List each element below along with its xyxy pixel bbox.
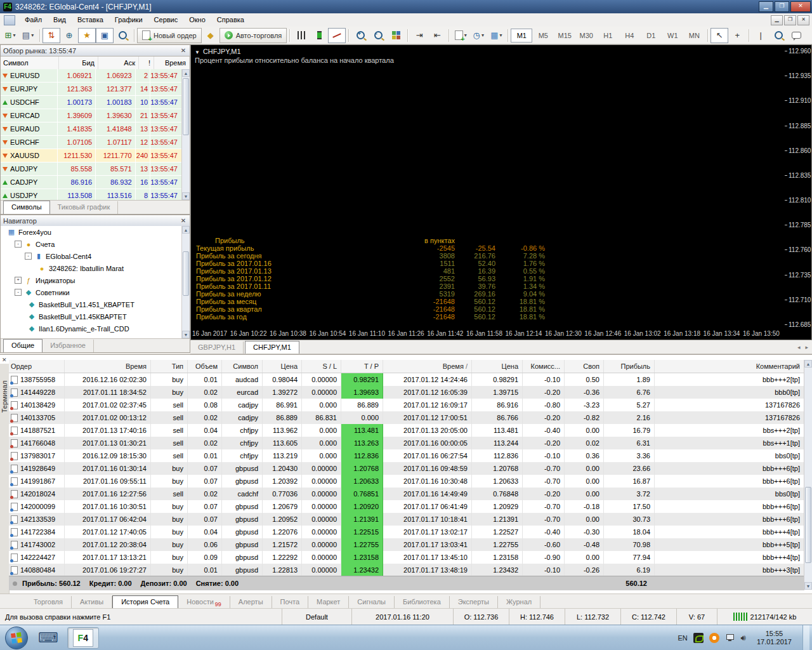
market-watch-row[interactable]: EURUSD1.069211.06923213:55:47	[1, 69, 182, 83]
market-watch-row[interactable]: EURCHF1.071051.071171213:55:47	[1, 136, 182, 149]
market-watch-toggle[interactable]: ⇅	[43, 28, 60, 43]
column-header[interactable]: Время	[65, 360, 151, 373]
order-row[interactable]: 1422244272017.01.17 13:13:21buy0.09gbpus…	[9, 551, 804, 564]
order-row[interactable]: 1419286492017.01.16 01:30:14buy0.07gbpus…	[9, 462, 804, 475]
scroll-up-icon[interactable]: ▲	[804, 360, 812, 368]
scroll-down-icon[interactable]: ▼	[182, 192, 190, 200]
navigator-scrollbar[interactable]: ▲ ▼	[181, 226, 190, 338]
order-row[interactable]: 1417660482017.01.13 01:30:21sell0.02chfj…	[9, 437, 804, 449]
candlestick-button[interactable]	[310, 28, 328, 43]
order-row[interactable]: 1420180242017.01.16 12:27:56sell0.02cadc…	[9, 488, 804, 500]
profiles-button[interactable]: ▤▾	[19, 28, 37, 43]
column-header[interactable]: !	[139, 56, 154, 69]
scroll-down-icon[interactable]: ▼	[182, 331, 190, 338]
terminal-tab-Активы[interactable]: Активы	[72, 596, 112, 609]
timeframe-M1[interactable]: M1	[511, 29, 532, 43]
tree-item[interactable]: -●Счета	[1, 238, 182, 250]
timeframe-H4[interactable]: H4	[619, 29, 640, 43]
order-row[interactable]: 1408804842017.01.06 19:27:27buy0.01gbpus…	[9, 564, 804, 576]
column-header[interactable]: Цена	[472, 360, 523, 373]
zoom-in-button[interactable]: +	[351, 28, 369, 43]
magnifier-button[interactable]	[769, 28, 787, 43]
order-row[interactable]: 1421335392017.01.17 06:42:04buy0.07gbpus…	[9, 513, 804, 526]
timeframe-MN[interactable]: MN	[683, 29, 705, 43]
collapse-icon[interactable]: -	[15, 241, 22, 248]
expand-icon[interactable]: +	[15, 277, 22, 284]
column-header[interactable]: Прибыль	[604, 360, 655, 373]
collapse-icon[interactable]: -	[25, 253, 32, 260]
templates-button[interactable]: ▦▾	[487, 28, 505, 43]
terminal-tab-Новости[interactable]: Новости99	[178, 596, 230, 609]
tab-Символы[interactable]: Символы	[3, 201, 50, 214]
scroll-down-icon[interactable]: ▼	[804, 582, 812, 590]
chart-shift-button[interactable]: ⇤	[428, 28, 446, 43]
network-icon[interactable]	[725, 633, 735, 643]
close-button[interactable]: ✕	[790, 1, 811, 12]
order-row[interactable]: 1414492282017.01.11 18:34:52buy0.02eurca…	[9, 386, 804, 399]
menu-item-Сервис[interactable]: Сервис	[148, 13, 184, 27]
menu-item-Графики[interactable]: Графики	[109, 13, 148, 27]
line-chart-button[interactable]	[328, 28, 346, 43]
taskbar-app-remote[interactable]: ⌨	[33, 628, 63, 648]
menu-item-Файл[interactable]: Файл	[19, 13, 48, 27]
terminal-tab-Торговля[interactable]: Торговля	[25, 596, 72, 609]
order-row[interactable]: 1379830172016.12.09 18:15:30sell0.01chfj…	[9, 449, 804, 462]
app-tray-icon[interactable]	[709, 633, 719, 643]
child-close-button[interactable]: ✕	[797, 15, 809, 25]
timeframe-M15[interactable]: M15	[554, 29, 575, 43]
crosshair-button[interactable]: +	[728, 28, 746, 43]
timeframe-D1[interactable]: D1	[640, 29, 662, 43]
strategy-tester-button[interactable]	[114, 28, 131, 43]
close-icon[interactable]: ✕	[180, 47, 187, 54]
metaeditor-button[interactable]: ◆	[202, 28, 219, 43]
tab-Общие[interactable]: Общие	[3, 339, 43, 352]
order-row[interactable]: 1387559582016.12.16 02:02:30buy0.01audca…	[9, 373, 804, 386]
cursor-button[interactable]: ↖	[710, 28, 728, 43]
periods-button[interactable]: ◷▾	[469, 28, 487, 43]
nvidia-tray-icon[interactable]	[693, 633, 704, 643]
tree-item[interactable]: ◆BasketBull_v11.451_КВАРТЕТ	[1, 298, 182, 310]
tree-item[interactable]: +ƒИндикаторы	[1, 274, 182, 286]
scroll-left-icon[interactable]: ◂	[797, 344, 801, 350]
column-header[interactable]: T / P	[341, 360, 383, 373]
taskbar-app-mt4[interactable]: F4	[67, 627, 99, 649]
column-header[interactable]: Время /	[383, 360, 472, 373]
order-row[interactable]: 1401337052017.01.02 00:13:12sell0.02cadj…	[9, 411, 804, 424]
new-chart-button[interactable]: ⊞▾	[1, 28, 19, 43]
order-row[interactable]: 1417223842017.01.12 17:40:05buy0.04gbpus…	[9, 526, 804, 538]
collapse-icon[interactable]: -	[15, 289, 22, 296]
terminal-tab-Журнал[interactable]: Журнал	[498, 596, 540, 609]
chart-window[interactable]: ▼CHFJPY,M1 Процент прибыли относительно …	[190, 44, 812, 340]
market-watch-row[interactable]: EURAUD1.418351.418481313:55:47	[1, 123, 182, 136]
tree-item[interactable]: -◆Советники	[1, 286, 182, 298]
terminal-tab-Библиотека[interactable]: Библиотека	[395, 596, 450, 609]
tree-item[interactable]: -▮EGlobal-Cent4	[1, 250, 182, 262]
start-button[interactable]	[5, 627, 28, 649]
menu-item-Вставка[interactable]: Вставка	[72, 13, 109, 27]
chart-tab-CHFJPY,M1[interactable]: CHFJPY,M1	[245, 341, 299, 354]
menu-item-Вид[interactable]: Вид	[48, 13, 72, 27]
vertical-line-button[interactable]: |	[752, 28, 769, 43]
autotrade-button[interactable]: Авто-торговля	[219, 28, 287, 43]
column-header[interactable]: Комисс...	[523, 360, 565, 373]
minimize-button[interactable]: ▁	[759, 1, 773, 12]
market-watch-row[interactable]: USDJPY113.508113.516813:55:47	[1, 189, 182, 200]
column-header[interactable]: Своп	[565, 360, 604, 373]
scrollbar-thumb[interactable]	[805, 487, 811, 563]
terminal-tab-Маркет[interactable]: Маркет	[308, 596, 349, 609]
profile-selector[interactable]: Default	[282, 609, 351, 625]
order-row[interactable]: 1401384292017.01.02 02:37:45sell0.08cadj…	[9, 399, 804, 411]
market-watch-row[interactable]: AUDJPY85.55885.5711313:55:47	[1, 162, 182, 176]
tab-Избранное[interactable]: Избранное	[43, 340, 94, 352]
column-header[interactable]: Аск	[98, 56, 139, 69]
column-header[interactable]: Символ	[222, 360, 263, 373]
close-icon[interactable]: ✕	[180, 217, 187, 224]
scroll-up-icon[interactable]: ▲	[182, 226, 190, 234]
volume-icon[interactable]: 🔊︎	[741, 633, 746, 643]
column-header[interactable]: Бид	[59, 56, 98, 69]
zoom-out-button[interactable]: -	[369, 28, 387, 43]
market-watch-row[interactable]: EURCAD1.396091.396302113:55:47	[1, 109, 182, 123]
scrollbar-thumb[interactable]	[183, 251, 189, 296]
tree-item[interactable]: ●3248262: Ibatullin Marat	[1, 262, 182, 274]
child-restore-button[interactable]: ❐	[784, 15, 796, 25]
